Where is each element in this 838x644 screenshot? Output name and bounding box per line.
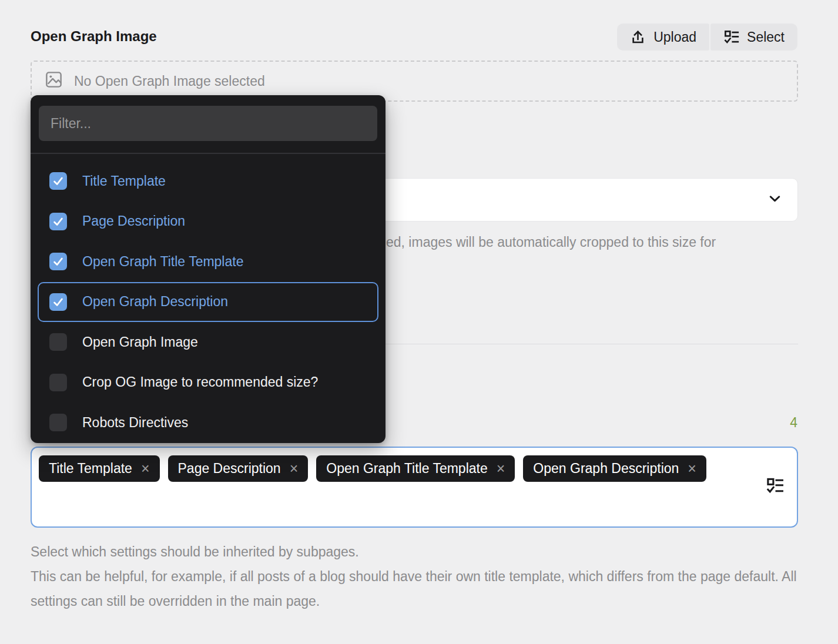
option-robots-directives[interactable]: Robots Directives xyxy=(38,402,378,443)
tag-label: Open Graph Description xyxy=(533,461,679,477)
option-crop-og-image[interactable]: Crop OG Image to recommended size? xyxy=(38,363,378,403)
upload-icon xyxy=(630,29,646,45)
option-label: Open Graph Title Template xyxy=(82,254,243,270)
checkbox-checked-icon[interactable] xyxy=(49,172,67,190)
remove-tag-icon[interactable]: × xyxy=(497,461,505,476)
crop-hint-text: ed, images will be automatically cropped… xyxy=(386,234,833,250)
help-line-1: Select which settings should be inherite… xyxy=(31,539,800,564)
option-label: Page Description xyxy=(82,213,185,229)
page-title: Open Graph Image xyxy=(31,28,157,45)
checklist-icon xyxy=(723,29,739,45)
option-og-title-template[interactable]: Open Graph Title Template xyxy=(38,242,378,282)
checklist-icon[interactable] xyxy=(766,477,784,498)
checkbox-unchecked-icon[interactable] xyxy=(49,333,67,351)
inherit-settings-help-text: Select which settings should be inherite… xyxy=(31,539,800,613)
image-icon xyxy=(45,71,63,92)
select-button-label: Select xyxy=(747,29,785,45)
upload-button[interactable]: Upload xyxy=(617,24,709,51)
tag-title-template[interactable]: Title Template × xyxy=(39,455,160,482)
checkbox-checked-icon[interactable] xyxy=(49,213,67,230)
checkbox-unchecked-icon[interactable] xyxy=(49,414,67,431)
remove-tag-icon[interactable]: × xyxy=(290,461,299,476)
option-og-description[interactable]: Open Graph Description xyxy=(38,282,378,323)
filter-input[interactable] xyxy=(39,106,377,141)
tag-og-description[interactable]: Open Graph Description × xyxy=(523,455,706,482)
asset-actions-button-group: Upload Select xyxy=(617,24,797,51)
tag-og-title-template[interactable]: Open Graph Title Template × xyxy=(316,455,515,482)
checkbox-checked-icon[interactable] xyxy=(49,253,67,270)
checkbox-checked-icon[interactable] xyxy=(49,293,67,311)
select-button[interactable]: Select xyxy=(710,24,797,51)
upload-button-label: Upload xyxy=(653,29,696,45)
tag-label: Open Graph Title Template xyxy=(326,461,487,477)
dropdown-options-list: Title Template Page Description Open Gra… xyxy=(31,161,386,443)
tag-page-description[interactable]: Page Description × xyxy=(168,455,309,482)
tag-label: Page Description xyxy=(178,461,281,477)
option-label: Title Template xyxy=(82,173,166,189)
dropdown-divider xyxy=(31,153,386,154)
remove-tag-icon[interactable]: × xyxy=(141,461,150,476)
checkbox-unchecked-icon[interactable] xyxy=(49,374,67,391)
remove-tag-icon[interactable]: × xyxy=(688,461,696,476)
tag-label: Title Template xyxy=(49,461,132,477)
selected-count-badge: 4 xyxy=(790,415,797,431)
option-label: Open Graph Image xyxy=(82,334,198,350)
og-image-placeholder-text: No Open Graph Image selected xyxy=(74,73,265,89)
chevron-down-icon xyxy=(766,190,783,210)
option-og-image[interactable]: Open Graph Image xyxy=(38,322,378,363)
option-label: Crop OG Image to recommended size? xyxy=(82,374,318,390)
inherit-settings-field[interactable]: Title Template × Page Description × Open… xyxy=(31,447,798,528)
option-title-template[interactable]: Title Template xyxy=(38,161,378,202)
option-label: Open Graph Description xyxy=(82,294,228,310)
option-label: Robots Directives xyxy=(82,415,188,431)
option-page-description[interactable]: Page Description xyxy=(38,202,378,242)
settings-filter-dropdown: Title Template Page Description Open Gra… xyxy=(31,95,386,443)
help-line-2: This can be helpful, for example, if all… xyxy=(31,564,800,613)
